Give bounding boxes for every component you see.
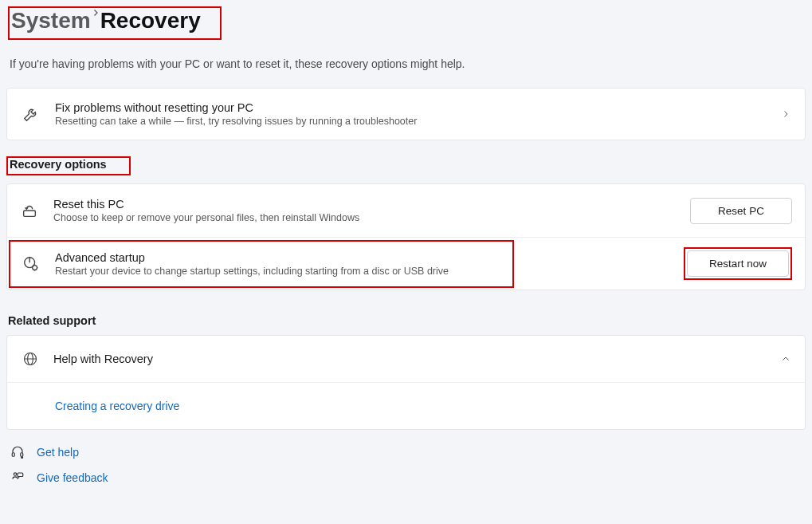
advanced-startup-title: Advanced startup xyxy=(55,251,449,264)
link-creating-recovery-drive[interactable]: Creating a recovery drive xyxy=(55,400,179,412)
troubleshooter-body: Fix problems without resetting your PC R… xyxy=(55,101,773,127)
help-with-recovery-header[interactable]: Help with Recovery xyxy=(7,336,805,382)
restart-now-button[interactable]: Restart now xyxy=(687,250,789,277)
troubleshooter-title: Fix problems without resetting your PC xyxy=(55,101,773,114)
chevron-right-icon xyxy=(781,109,790,119)
svg-point-9 xyxy=(21,456,23,459)
breadcrumb-current: Recovery xyxy=(100,8,201,33)
page-subtitle: If you're having problems with your PC o… xyxy=(6,43,806,88)
help-with-recovery-title: Help with Recovery xyxy=(53,353,781,365)
breadcrumb-parent[interactable]: System xyxy=(11,8,91,33)
headset-icon xyxy=(10,444,25,460)
chevron-right-icon xyxy=(91,8,100,33)
section-related-support: Related support xyxy=(8,314,806,327)
help-card: Help with Recovery Creating a recovery d… xyxy=(6,335,806,430)
section-recovery-options: Recovery options xyxy=(8,156,806,175)
recovery-options-group: Reset this PC Choose to keep or remove y… xyxy=(6,183,806,290)
help-body: Creating a recovery drive xyxy=(7,382,805,429)
svg-point-3 xyxy=(33,265,37,270)
reset-icon xyxy=(20,201,39,220)
get-help-row[interactable]: Get help xyxy=(10,444,806,460)
give-feedback-row[interactable]: Give feedback xyxy=(10,470,806,486)
breadcrumb: System Recovery xyxy=(6,0,806,43)
troubleshooter-card[interactable]: Fix problems without resetting your PC R… xyxy=(6,88,806,140)
svg-rect-0 xyxy=(24,211,36,216)
advanced-startup-body: Advanced startup Restart your device to … xyxy=(55,251,449,277)
highlight-advanced-startup: Advanced startup Restart your device to … xyxy=(9,240,514,288)
svg-rect-7 xyxy=(12,453,14,457)
reset-pc-row: Reset this PC Choose to keep or remove y… xyxy=(7,184,805,237)
highlight-breadcrumb: System Recovery xyxy=(8,6,222,40)
wrench-icon xyxy=(22,104,41,124)
troubleshooter-desc: Resetting can take a while — first, try … xyxy=(55,116,773,127)
power-settings-icon xyxy=(22,254,41,274)
reset-pc-body: Reset this PC Choose to keep or remove y… xyxy=(53,198,690,223)
svg-rect-11 xyxy=(18,473,23,477)
highlight-restart-button: Restart now xyxy=(684,247,792,280)
get-help-link[interactable]: Get help xyxy=(37,446,79,459)
advanced-startup-row: Advanced startup Restart your device to … xyxy=(7,237,805,290)
footer-links: Get help Give feedback xyxy=(6,444,806,486)
reset-pc-title: Reset this PC xyxy=(53,198,690,211)
advanced-startup-desc: Restart your device to change startup se… xyxy=(55,266,449,277)
chevron-up-icon xyxy=(781,354,790,364)
svg-rect-8 xyxy=(21,453,23,457)
reset-pc-desc: Choose to keep or remove your personal f… xyxy=(53,212,690,223)
give-feedback-link[interactable]: Give feedback xyxy=(37,471,108,484)
reset-pc-button[interactable]: Reset PC xyxy=(690,198,792,224)
svg-point-10 xyxy=(14,473,16,475)
feedback-icon xyxy=(10,470,25,486)
globe-icon xyxy=(22,350,39,368)
highlight-recovery-options: Recovery options xyxy=(6,156,131,175)
